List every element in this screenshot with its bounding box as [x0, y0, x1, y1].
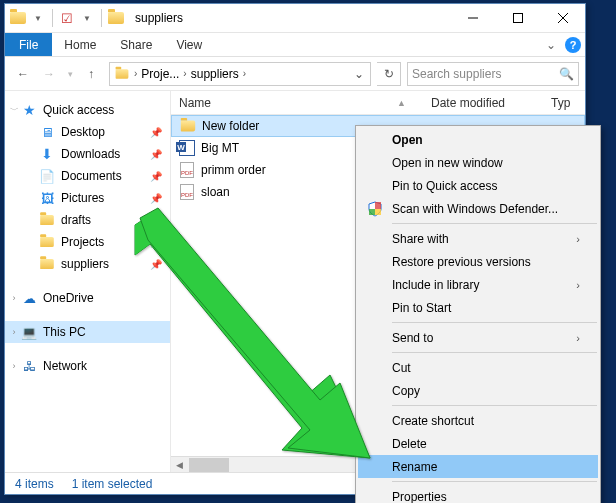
ribbon: File Home Share View ⌄ ?: [5, 33, 585, 57]
nav-label: Desktop: [61, 125, 105, 139]
nav-downloads[interactable]: ⬇Downloads📌: [5, 143, 170, 165]
minimize-button[interactable]: [450, 4, 495, 32]
ribbon-file-tab[interactable]: File: [5, 33, 52, 56]
menu-separator: [392, 352, 597, 353]
ribbon-share-tab[interactable]: Share: [108, 33, 164, 56]
submenu-arrow-icon: ›: [576, 279, 580, 291]
defender-shield-icon: [366, 200, 384, 218]
nav-suppliers[interactable]: suppliers📌: [5, 253, 170, 275]
chevron-right-icon[interactable]: ›: [181, 68, 188, 79]
column-type[interactable]: Typ: [543, 96, 585, 110]
help-button[interactable]: ?: [561, 33, 585, 56]
ribbon-view-tab[interactable]: View: [164, 33, 214, 56]
qat-properties-icon[interactable]: ☑: [58, 9, 76, 27]
search-icon: 🔍: [559, 67, 574, 81]
desktop-icon: 🖥: [39, 124, 55, 140]
onedrive-icon: ☁: [21, 290, 37, 306]
nav-quick-access[interactable]: ﹀★Quick access: [5, 99, 170, 121]
ctx-label: Scan with Windows Defender...: [392, 202, 558, 216]
nav-documents[interactable]: 📄Documents📌: [5, 165, 170, 187]
nav-desktop[interactable]: 🖥Desktop📌: [5, 121, 170, 143]
file-name: Big MT: [201, 141, 239, 155]
scroll-left-icon[interactable]: ◀: [171, 460, 187, 470]
ribbon-home-tab[interactable]: Home: [52, 33, 108, 56]
ctx-scan-defender[interactable]: Scan with Windows Defender...: [358, 197, 598, 220]
ribbon-expand-icon[interactable]: ⌄: [541, 33, 561, 56]
nav-label: Downloads: [61, 147, 120, 161]
ctx-include-library[interactable]: Include in library›: [358, 273, 598, 296]
nav-bar: ← → ▾ ↑ › Proje... › suppliers › ⌄ ↻ Sea…: [5, 57, 585, 91]
sort-asc-icon: ▲: [397, 98, 406, 108]
ctx-delete[interactable]: Delete: [358, 432, 598, 455]
pdf-icon: [179, 162, 195, 178]
scroll-thumb[interactable]: [189, 458, 229, 472]
menu-separator: [392, 405, 597, 406]
address-bar[interactable]: › Proje... › suppliers › ⌄: [109, 62, 371, 86]
crumb-projects[interactable]: Proje...: [139, 67, 181, 81]
ctx-copy[interactable]: Copy: [358, 379, 598, 402]
crumb-suppliers[interactable]: suppliers: [189, 67, 241, 81]
status-selection: 1 item selected: [72, 477, 153, 491]
column-date[interactable]: Date modified: [423, 96, 543, 110]
chevron-right-icon[interactable]: ›: [241, 68, 248, 79]
pin-icon: 📌: [150, 171, 162, 182]
refresh-button[interactable]: ↻: [377, 62, 401, 86]
nav-network[interactable]: ›🖧Network: [5, 355, 170, 377]
ctx-properties[interactable]: Properties: [358, 485, 598, 503]
ctx-restore-versions[interactable]: Restore previous versions: [358, 250, 598, 273]
address-dropdown-icon[interactable]: ⌄: [350, 67, 368, 81]
ctx-pin-start[interactable]: Pin to Start: [358, 296, 598, 319]
help-icon: ?: [565, 37, 581, 53]
pdf-icon: [179, 184, 195, 200]
chevron-right-icon[interactable]: ›: [132, 68, 139, 79]
svg-rect-6: [375, 209, 381, 215]
nav-drafts[interactable]: drafts📌: [5, 209, 170, 231]
nav-onedrive[interactable]: ›☁OneDrive: [5, 287, 170, 309]
nav-label: drafts: [61, 213, 91, 227]
downloads-icon: ⬇: [39, 146, 55, 162]
qat-dropdown-icon[interactable]: ▼: [29, 9, 47, 27]
search-input[interactable]: Search suppliers 🔍: [407, 62, 579, 86]
ctx-cut[interactable]: Cut: [358, 356, 598, 379]
folder-icon: [39, 256, 55, 272]
nav-label: OneDrive: [43, 291, 94, 305]
network-icon: 🖧: [21, 358, 37, 374]
recent-dropdown[interactable]: ▾: [63, 62, 77, 86]
ctx-open[interactable]: Open: [358, 128, 598, 151]
menu-separator: [392, 223, 597, 224]
ctx-send-to[interactable]: Send to›: [358, 326, 598, 349]
maximize-button[interactable]: [495, 4, 540, 32]
title-folder-icon: [107, 9, 125, 27]
pin-icon: 📌: [150, 193, 162, 204]
ctx-create-shortcut[interactable]: Create shortcut: [358, 409, 598, 432]
file-name: primm order: [201, 163, 266, 177]
ctx-share-with[interactable]: Share with›: [358, 227, 598, 250]
title-bar: ▼ ☑ ▼ suppliers: [5, 4, 585, 33]
nav-label: suppliers: [61, 257, 109, 271]
nav-projects[interactable]: Projects📌: [5, 231, 170, 253]
pin-icon: 📌: [150, 237, 162, 248]
pin-icon: 📌: [150, 215, 162, 226]
folder-icon: [39, 234, 55, 250]
word-doc-icon: [179, 140, 195, 156]
crumb-root-icon[interactable]: [112, 66, 132, 82]
ctx-label: Send to: [392, 331, 433, 345]
pictures-icon: 🖼: [39, 190, 55, 206]
back-button[interactable]: ←: [11, 62, 35, 86]
quick-access-icon: ★: [21, 102, 37, 118]
ctx-rename[interactable]: Rename: [358, 455, 598, 478]
pin-icon: 📌: [150, 149, 162, 160]
menu-separator: [392, 481, 597, 482]
up-button[interactable]: ↑: [79, 62, 103, 86]
ctx-open-new-window[interactable]: Open in new window: [358, 151, 598, 174]
close-button[interactable]: [540, 4, 585, 32]
qat-dropdown2-icon[interactable]: ▼: [78, 9, 96, 27]
column-name[interactable]: Name▲: [171, 96, 423, 110]
nav-label: Network: [43, 359, 87, 373]
documents-icon: 📄: [39, 168, 55, 184]
ctx-pin-quick-access[interactable]: Pin to Quick access: [358, 174, 598, 197]
status-item-count: 4 items: [15, 477, 54, 491]
nav-pictures[interactable]: 🖼Pictures📌: [5, 187, 170, 209]
nav-this-pc[interactable]: ›💻This PC: [5, 321, 170, 343]
forward-button[interactable]: →: [37, 62, 61, 86]
